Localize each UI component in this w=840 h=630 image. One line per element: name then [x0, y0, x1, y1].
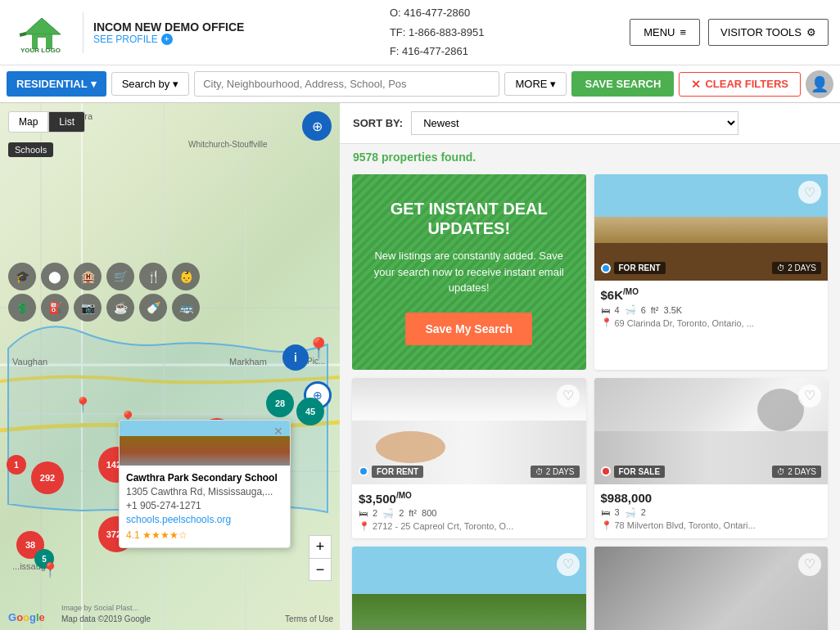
school-popup-website[interactable]: schools.peelschools.org [126, 514, 283, 525]
more-button[interactable]: MORE ▾ [504, 72, 567, 96]
promo-save-button[interactable]: Save My Search [405, 313, 532, 345]
map-toggle: Map List [8, 111, 85, 133]
clock-icon-3: ⏱ [777, 467, 785, 476]
poi-icon-9[interactable]: ☕ [106, 294, 134, 322]
menu-icon: ≡ [680, 26, 686, 38]
poi-icon-3[interactable]: 🛒 [106, 263, 134, 290]
card-1-address-text: 69 Clarinda Dr, Toronto, Ontario, ... [615, 318, 754, 328]
school-popup: ✕ Cawthra Park Secondary School 1305 Caw… [119, 420, 291, 548]
poi-icon-6[interactable]: 💲 [8, 294, 36, 322]
card-2-heart-button[interactable]: ♡ [557, 385, 580, 407]
card-2-days-text: 2 DAYS [546, 467, 575, 476]
map-data-text: Map data ©2019 Google [61, 614, 151, 623]
card-1-days: ⏱ 2 DAYS [772, 262, 821, 274]
pin-1[interactable]: 📍 [74, 396, 92, 414]
avatar-button[interactable]: 👤 [806, 70, 833, 98]
card-3-days-text: 2 DAYS [788, 467, 816, 476]
school-icon[interactable]: 🎓 [8, 263, 36, 290]
svg-marker-0 [24, 18, 61, 34]
poi-icon-1[interactable]: ⬤ [41, 263, 69, 290]
card-3-info: $988,000 🛏 3 🛁 2 📍 78 Milverton Blvd, To… [594, 484, 829, 538]
plus-circle-icon: + [161, 34, 173, 45]
card-2-status-label: FOR RENT [372, 466, 423, 478]
poi-icon-4[interactable]: 🍴 [139, 263, 167, 290]
property-card-3: ♡ FOR SALE ⏱ 2 DAYS $988,000 🛏 [594, 378, 829, 538]
clock-icon-1: ⏱ [777, 263, 785, 272]
residential-dropdown-icon: ▾ [91, 78, 97, 90]
cluster-28[interactable]: 28 [266, 389, 294, 417]
card-1-days-text: 2 DAYS [788, 263, 816, 272]
school-thumbnail [120, 421, 290, 466]
markham-label: Markham [229, 357, 267, 367]
list-view-label: List [59, 116, 75, 128]
cluster-45[interactable]: 45 [296, 398, 324, 425]
list-view-button[interactable]: List [48, 111, 85, 133]
office-name: INCOM NEW DEMO OFFICE [93, 20, 244, 34]
see-profile-link[interactable]: SEE PROFILE + [93, 34, 244, 45]
cards-grid: GET INSTANT DEAL UPDATES! New listings a… [340, 170, 840, 630]
header: YOUR LOGO INCOM NEW DEMO OFFICE SEE PROF… [0, 0, 840, 65]
more-label: MORE [515, 78, 547, 90]
map-area: Aurora Whitchurch-Stouffville Vaughan Ma… [0, 103, 340, 630]
card-5-heart-button[interactable]: ♡ [798, 553, 821, 576]
visitor-tools-button[interactable]: VISITOR TOOLS ⚙ [708, 19, 829, 46]
svg-text:YOUR LOGO: YOUR LOGO [20, 47, 61, 54]
residential-label: RESIDENTIAL [16, 78, 88, 90]
search-by-button[interactable]: Search by ▾ [111, 72, 190, 96]
see-profile-text: SEE PROFILE [93, 34, 158, 45]
card-2-price-value: $3,500 [359, 492, 396, 506]
terms-text: Terms of Use [285, 614, 333, 623]
card-1-image: ♡ FOR RENT ⏱ 2 DAYS [594, 174, 829, 281]
school-popup-address: 1305 Cawthra Rd, Mississauga,... [126, 486, 283, 497]
poi-icon-5[interactable]: 👶 [172, 263, 200, 290]
card-1-status: FOR RENT [601, 262, 666, 274]
cluster-292[interactable]: 292 [31, 461, 64, 494]
card-1-price-value: $6K [601, 288, 624, 302]
results-header: SORT BY: Newest [340, 103, 840, 144]
pin-10[interactable]: 📍 [41, 561, 59, 579]
card-4-image: ♡ [352, 547, 586, 631]
schools-label: Schools [15, 145, 47, 155]
card-3-days: ⏱ 2 DAYS [772, 466, 821, 478]
poi-icon-10[interactable]: 🍼 [139, 294, 167, 322]
bed-icon-2: 🛏 [359, 508, 368, 518]
map-background: Aurora Whitchurch-Stouffville Vaughan Ma… [0, 103, 340, 630]
clear-filters-button[interactable]: ✕ CLEAR FILTERS [679, 72, 801, 97]
card-3-heart-button[interactable]: ♡ [798, 385, 821, 407]
residential-button[interactable]: RESIDENTIAL ▾ [7, 71, 106, 97]
location-pin[interactable]: 📍 [305, 336, 332, 362]
menu-label: MENU [644, 26, 675, 38]
school-popup-rating: 4.1 ★★★★☆ [126, 529, 283, 541]
school-popup-close[interactable]: ✕ [273, 425, 283, 438]
property-card-1: ♡ FOR RENT ⏱ 2 DAYS $6K/MO 🛏 [594, 174, 829, 370]
search-input[interactable] [194, 71, 499, 97]
visitor-tools-label: VISITOR TOOLS [720, 26, 802, 38]
poi-icon-11[interactable]: 🚌 [172, 294, 200, 322]
results-count: 9578 properties found. [340, 144, 840, 170]
card-1-price-suffix: /MO [623, 287, 639, 296]
card-1-status-label: FOR RENT [614, 262, 666, 274]
card-4-heart-button[interactable]: ♡ [557, 553, 580, 576]
zoom-out-button[interactable]: − [309, 558, 332, 581]
search-bar: RESIDENTIAL ▾ Search by ▾ MORE ▾ SAVE SE… [0, 65, 840, 103]
svg-rect-3 [20, 32, 27, 37]
cluster-1[interactable]: 1 [7, 455, 26, 475]
phone-f: F: 416-477-2861 [390, 42, 485, 61]
poi-icon-7[interactable]: ⛽ [41, 294, 69, 322]
save-search-button[interactable]: SAVE SEARCH [571, 71, 674, 97]
promo-description: New listings are constantly added. Save … [368, 248, 570, 296]
sqft-label-1: ft² [651, 305, 659, 315]
sort-select[interactable]: Newest [411, 111, 738, 135]
pin-icon-2: 📍 [359, 521, 370, 532]
map-view-button[interactable]: Map [8, 111, 48, 133]
targeting-icon[interactable]: ⊕ [302, 111, 332, 141]
poi-icon-2[interactable]: 🏨 [74, 263, 102, 290]
card-1-heart-button[interactable]: ♡ [798, 181, 821, 204]
menu-button[interactable]: MENU ≡ [630, 19, 700, 46]
poi-icon-8[interactable]: 📷 [74, 294, 102, 322]
card-2-status: FOR RENT [359, 466, 423, 478]
card-3-status: FOR SALE [601, 466, 666, 478]
promo-button-label: Save My Search [425, 322, 513, 335]
card-2-baths: 2 [399, 508, 404, 518]
zoom-in-button[interactable]: + [309, 535, 332, 558]
